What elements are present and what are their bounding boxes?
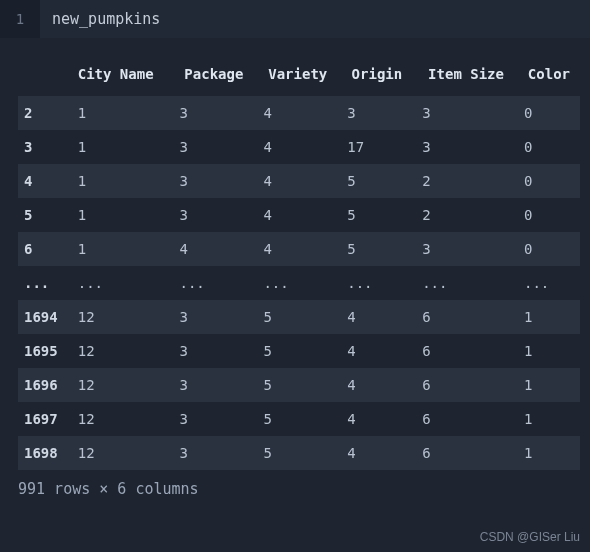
cell-origin: 4 [337,402,412,436]
table-row: 5134520 [18,198,580,232]
cell-idx: 5 [18,198,68,232]
cell-city: 1 [68,198,170,232]
cell-city: 12 [68,402,170,436]
cell-idx: 1695 [18,334,68,368]
cell-color: ... [514,266,580,300]
cell-size: 2 [412,164,514,198]
table-row: 16971235461 [18,402,580,436]
table-row: 16981235461 [18,436,580,470]
table-row: ..................... [18,266,580,300]
cell-idx: 3 [18,130,68,164]
col-origin: Origin [337,56,412,96]
cell-city: 1 [68,130,170,164]
cell-size: ... [412,266,514,300]
output-area: City Name Package Variety Origin Item Si… [0,38,590,470]
cell-idx: ... [18,266,68,300]
cell-color: 1 [514,334,580,368]
table-row: 4134520 [18,164,580,198]
cell-size: 3 [412,232,514,266]
cell-variety: 4 [253,198,337,232]
cell-color: 0 [514,164,580,198]
cell-origin: 5 [337,198,412,232]
cell-package: 3 [169,436,253,470]
cell-idx: 1694 [18,300,68,334]
cell-package: 3 [169,164,253,198]
cell-city: 12 [68,300,170,334]
cell-package: 3 [169,334,253,368]
col-index [18,56,68,96]
code-cell: 1 new_pumpkins [0,0,590,38]
watermark: CSDN @GISer Liu [480,530,580,544]
cell-package: 3 [169,300,253,334]
cell-package: ... [169,266,253,300]
cell-color: 1 [514,368,580,402]
cell-city: 1 [68,232,170,266]
cell-idx: 2 [18,96,68,130]
table-row: 16941235461 [18,300,580,334]
cell-size: 3 [412,130,514,164]
col-city-name: City Name [68,56,170,96]
line-number: 1 [0,0,40,38]
cell-color: 1 [514,300,580,334]
table-row: 2134330 [18,96,580,130]
table-row: 6144530 [18,232,580,266]
col-item-size: Item Size [412,56,514,96]
cell-idx: 1697 [18,402,68,436]
cell-variety: 5 [253,300,337,334]
cell-package: 3 [169,96,253,130]
cell-color: 0 [514,96,580,130]
cell-city: 12 [68,334,170,368]
cell-variety: 5 [253,334,337,368]
cell-variety: 4 [253,164,337,198]
cell-origin: 3 [337,96,412,130]
cell-idx: 4 [18,164,68,198]
code-text: new_pumpkins [40,10,160,28]
cell-idx: 1698 [18,436,68,470]
cell-city: 1 [68,96,170,130]
cell-color: 0 [514,232,580,266]
col-package: Package [169,56,253,96]
cell-origin: 17 [337,130,412,164]
cell-origin: ... [337,266,412,300]
cell-origin: 4 [337,300,412,334]
dataframe-table: City Name Package Variety Origin Item Si… [18,56,580,470]
cell-city: 1 [68,164,170,198]
cell-origin: 4 [337,436,412,470]
cell-variety: 4 [253,96,337,130]
cell-package: 3 [169,402,253,436]
cell-idx: 1696 [18,368,68,402]
cell-variety: 5 [253,402,337,436]
cell-variety: 4 [253,232,337,266]
cell-package: 3 [169,198,253,232]
table-header-row: City Name Package Variety Origin Item Si… [18,56,580,96]
cell-variety: 4 [253,130,337,164]
cell-size: 6 [412,368,514,402]
table-row: 31341730 [18,130,580,164]
cell-color: 0 [514,130,580,164]
col-color: Color [514,56,580,96]
cell-origin: 5 [337,232,412,266]
cell-origin: 4 [337,334,412,368]
cell-size: 6 [412,436,514,470]
cell-variety: 5 [253,368,337,402]
col-variety: Variety [253,56,337,96]
dataframe-summary: 991 rows × 6 columns [0,470,590,498]
cell-city: ... [68,266,170,300]
cell-size: 6 [412,300,514,334]
cell-origin: 5 [337,164,412,198]
cell-size: 3 [412,96,514,130]
table-row: 16951235461 [18,334,580,368]
cell-color: 0 [514,198,580,232]
cell-size: 2 [412,198,514,232]
cell-size: 6 [412,402,514,436]
cell-variety: ... [253,266,337,300]
cell-color: 1 [514,402,580,436]
cell-city: 12 [68,368,170,402]
cell-origin: 4 [337,368,412,402]
cell-size: 6 [412,334,514,368]
cell-package: 3 [169,130,253,164]
cell-city: 12 [68,436,170,470]
cell-variety: 5 [253,436,337,470]
cell-idx: 6 [18,232,68,266]
cell-package: 3 [169,368,253,402]
